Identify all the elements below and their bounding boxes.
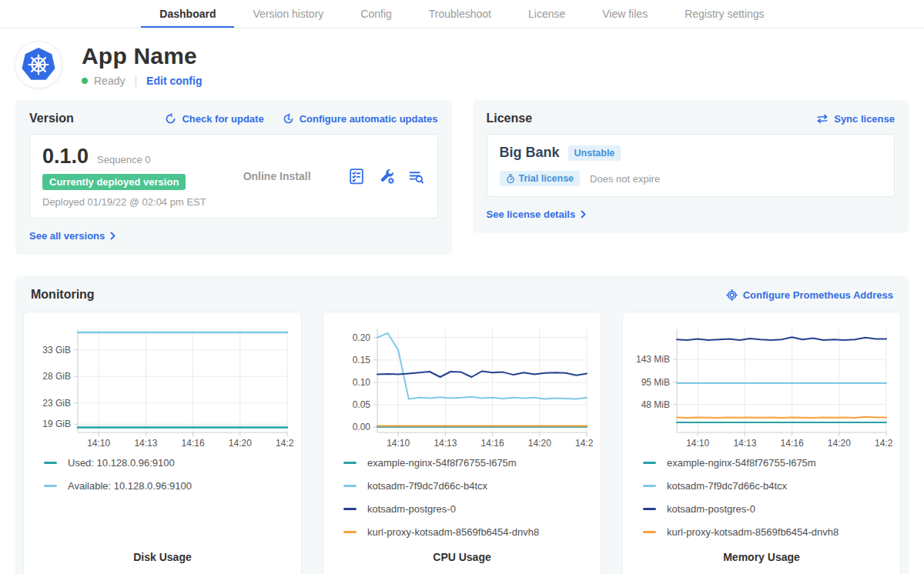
license-panel-title: License [487,112,533,125]
legend-item: kurl-proxy-kotsadm-8569fb6454-dnvh8 [343,526,593,538]
configure-prometheus-link[interactable]: Configure Prometheus Address [726,289,893,301]
legend-label: kotsadm-postgres-0 [667,503,755,515]
legend-cpu-usage: example-nginx-54f8f76755-l675mkotsadm-7f… [343,457,593,538]
svg-text:14:23: 14:23 [575,438,593,449]
chevron-right-icon [581,210,586,219]
legend-memory-usage: example-nginx-54f8f76755-l675mkotsadm-7f… [643,457,892,538]
legend-item: kotsadm-postgres-0 [643,503,892,515]
tab-dashboard[interactable]: Dashboard [141,0,234,28]
version-number: 0.1.0 [42,145,89,169]
legend-item: example-nginx-54f8f76755-l675m [343,457,593,469]
svg-text:143 MiB: 143 MiB [636,354,670,365]
svg-text:0.10: 0.10 [353,377,371,388]
deployed-timestamp: Deployed 01/19/22 @ 02:04 pm EST [42,196,206,208]
version-sequence: Sequence 0 [97,154,150,165]
legend-swatch [44,485,57,487]
legend-label: Used: 10.128.0.96:9100 [68,457,175,469]
sync-license-link[interactable]: Sync license [816,113,895,125]
tab-view-files[interactable]: View files [584,0,666,28]
svg-text:0.20: 0.20 [353,332,371,343]
svg-text:14:10: 14:10 [686,438,709,449]
legend-item: kurl-proxy-kotsadm-8569fb6454-dnvh8 [643,526,892,538]
check-for-update-link[interactable]: Check for update [165,113,263,125]
chevron-right-icon [110,232,116,240]
svg-text:14:13: 14:13 [434,438,457,449]
see-all-versions-link[interactable]: See all versions [29,230,116,242]
legend-label: example-nginx-54f8f76755-l675m [367,457,517,469]
license-type-badge: Trial license [500,171,581,186]
divider: | [134,75,137,87]
tab-version-history[interactable]: Version history [234,0,342,28]
deployed-badge: Currently deployed version [42,174,186,190]
legend-swatch [643,485,656,487]
tab-license[interactable]: License [510,0,584,28]
version-panel: Version Check for update [15,100,452,255]
see-license-details-link[interactable]: See license details [487,209,587,220]
app-logo [15,42,62,88]
svg-text:0.00: 0.00 [353,422,371,432]
svg-text:14:23: 14:23 [276,438,293,449]
svg-text:14:16: 14:16 [182,438,205,449]
chart-card-cpu-usage: 0.200.150.100.050.0014:1014:1314:1614:20… [323,312,601,574]
legend-item: kotsadm-7f9dc7d66c-b4tcx [343,480,593,492]
legend-swatch [44,462,57,464]
charts-row: 33 GiB28 GiB23 GiB19 GiB14:1014:1314:161… [23,312,901,574]
legend-item: example-nginx-54f8f76755-l675m [643,457,892,469]
chart-title-memory-usage: Memory Usage [631,538,892,569]
current-version-info: 0.1.0 Sequence 0 Currently deployed vers… [42,145,206,208]
svg-text:28 GiB: 28 GiB [42,371,71,382]
config-wrench-icon[interactable] [378,168,395,185]
view-logs-icon[interactable] [408,169,424,184]
monitoring-panel: Monitoring Configure Prometheus Address … [15,275,909,574]
svg-text:14:16: 14:16 [481,438,504,449]
svg-text:14:10: 14:10 [87,438,110,449]
license-customer-name: Big Bank [500,145,560,161]
version-panel-title: Version [29,112,74,125]
chart-card-disk-usage: 33 GiB28 GiB23 GiB19 GiB14:1014:1314:161… [23,312,302,574]
svg-text:48 MiB: 48 MiB [641,399,670,410]
svg-text:14:16: 14:16 [781,438,804,449]
legend-item: kotsadm-7f9dc7d66c-b4tcx [643,480,892,492]
svg-text:14:20: 14:20 [528,438,551,449]
chart-title-disk-usage: Disk Usage [32,538,293,569]
refresh-icon [165,113,176,125]
svg-text:14:23: 14:23 [875,438,892,449]
channel-badge: Unstable [568,145,621,161]
svg-text:23 GiB: 23 GiB [42,398,71,409]
legend-label: kurl-proxy-kotsadm-8569fb6454-dnvh8 [667,526,839,538]
sync-icon [816,114,829,124]
configure-auto-updates-link[interactable]: Configure automatic updates [283,113,438,125]
stopwatch-icon [506,174,515,184]
legend-swatch [343,508,357,510]
license-expiry: Does not expire [590,173,660,185]
legend-label: kotsadm-7f9dc7d66c-b4tcx [667,480,787,492]
legend-label: example-nginx-54f8f76755-l675m [667,457,816,469]
legend-label: Available: 10.128.0.96:9100 [68,480,192,492]
svg-text:14:13: 14:13 [733,438,756,449]
preflight-checks-icon[interactable] [347,168,365,185]
legend-swatch [343,462,357,464]
top-nav: DashboardVersion historyConfigTroublesho… [0,0,924,28]
svg-text:95 MiB: 95 MiB [641,377,670,388]
tab-config[interactable]: Config [342,0,410,28]
svg-text:14:13: 14:13 [134,438,157,449]
legend-item: kotsadm-postgres-0 [343,503,593,515]
legend-swatch [643,508,656,510]
tab-registry-settings[interactable]: Registry settings [666,0,782,28]
svg-text:19 GiB: 19 GiB [42,419,71,429]
legend-label: kotsadm-postgres-0 [367,503,456,515]
svg-text:14:20: 14:20 [828,438,851,449]
legend-swatch [343,531,357,533]
chart-title-cpu-usage: CPU Usage [331,538,593,569]
edit-config-link[interactable]: Edit config [146,75,202,87]
svg-text:0.15: 0.15 [353,355,371,365]
svg-text:14:10: 14:10 [387,438,410,449]
gear-icon [726,289,738,301]
legend-swatch [343,485,357,487]
page-title: App Name [82,43,202,69]
legend-swatch [643,531,656,533]
tab-troubleshoot[interactable]: Troubleshoot [410,0,510,28]
status-badge: Ready [94,75,125,87]
chart-plot-memory-usage: 143 MiB95 MiB48 MiB14:1014:1314:1614:201… [631,323,892,452]
license-panel: License Sync license Big Bank Unstable [473,100,909,233]
